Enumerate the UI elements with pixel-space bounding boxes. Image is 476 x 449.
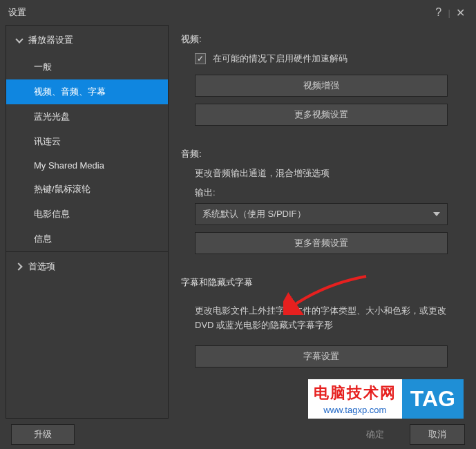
footer: 升级 确定 取消 <box>0 420 476 449</box>
sidebar-group-preferences[interactable]: 首选项 <box>6 251 168 281</box>
subtitle-desc: 更改电影文件上外挂字幕文件的字体类型、大小和色彩，或更改 DVD 或蓝光电影的隐… <box>181 304 454 333</box>
output-label: 输出: <box>181 187 454 199</box>
sidebar-item-general[interactable]: 一般 <box>6 55 168 79</box>
checkbox-icon[interactable]: ✓ <box>195 53 206 64</box>
audio-desc: 更改音频输出通道，混合增强选项 <box>181 167 454 180</box>
output-value: 系统默认（使用 S/PDIF） <box>202 208 306 220</box>
close-button[interactable]: ✕ <box>453 6 468 19</box>
sidebar-group-player[interactable]: 播放器设置 <box>6 26 168 55</box>
video-section-title: 视频: <box>181 33 454 46</box>
titlebar: 设置 ? | ✕ <box>0 0 476 25</box>
upgrade-button[interactable]: 升级 <box>11 424 75 445</box>
sidebar-group-label: 播放器设置 <box>28 34 73 46</box>
sidebar-item-info[interactable]: 信息 <box>6 227 168 251</box>
sidebar-group-label: 首选项 <box>28 260 55 273</box>
sidebar-item-bluray[interactable]: 蓝光光盘 <box>6 104 168 129</box>
sidebar: 播放器设置 一般 视频、音频、字幕 蓝光光盘 讯连云 My Shared Med… <box>6 25 169 419</box>
chevron-down-icon <box>433 212 440 216</box>
output-select[interactable]: 系统默认（使用 S/PDIF） <box>195 203 448 225</box>
hw-accel-row[interactable]: ✓ 在可能的情况下启用硬件加速解码 <box>181 52 454 65</box>
main-area: 播放器设置 一般 视频、音频、字幕 蓝光光盘 讯连云 My Shared Med… <box>0 25 476 419</box>
titlebar-divider: | <box>448 8 450 18</box>
audio-section-title: 音频: <box>181 148 454 160</box>
subtitle-settings-button[interactable]: 字幕设置 <box>195 345 448 367</box>
window-title: 设置 <box>8 6 431 19</box>
chevron-down-icon <box>16 37 23 44</box>
more-audio-settings-button[interactable]: 更多音频设置 <box>195 232 448 254</box>
chevron-right-icon <box>16 263 23 270</box>
sidebar-item-video-audio-subtitle[interactable]: 视频、音频、字幕 <box>6 79 168 104</box>
sidebar-item-movie-info[interactable]: 电影信息 <box>6 202 168 227</box>
content-panel: 视频: ✓ 在可能的情况下启用硬件加速解码 视频增强 更多视频设置 音频: 更改… <box>169 25 470 419</box>
checkbox-label: 在可能的情况下启用硬件加速解码 <box>213 52 348 65</box>
subtitle-section-title: 字幕和隐藏式字幕 <box>181 276 454 289</box>
sidebar-item-hotkey[interactable]: 热键/鼠标滚轮 <box>6 177 168 202</box>
ok-button[interactable]: 确定 <box>348 424 403 445</box>
help-button[interactable]: ? <box>431 6 446 19</box>
sidebar-item-cloud[interactable]: 讯连云 <box>6 129 168 154</box>
cancel-button[interactable]: 取消 <box>410 424 465 445</box>
video-enhance-button[interactable]: 视频增强 <box>195 75 448 97</box>
more-video-settings-button[interactable]: 更多视频设置 <box>195 104 448 126</box>
sidebar-item-shared-media[interactable]: My Shared Media <box>6 154 168 177</box>
